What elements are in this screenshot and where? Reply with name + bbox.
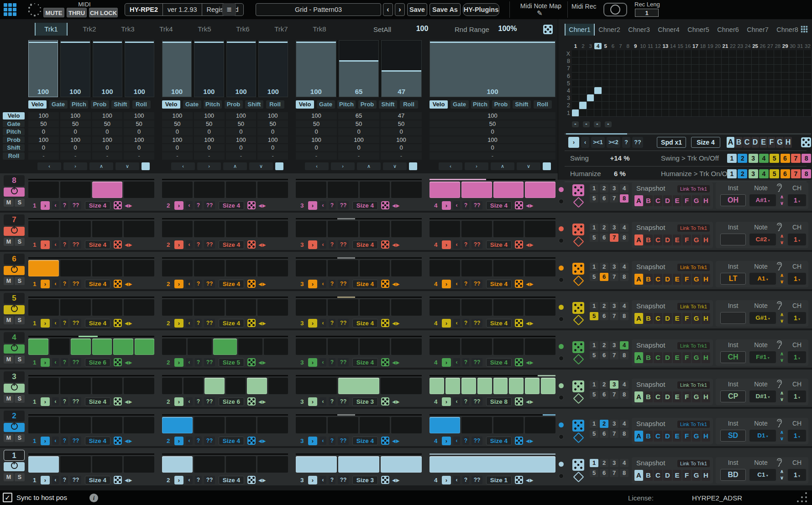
lane-step-count-1[interactable]: 1 (590, 302, 598, 310)
xy-grid-cell[interactable] (579, 87, 587, 94)
random-button[interactable]: ? (61, 397, 68, 406)
note-spinner[interactable]: ∧∨ (779, 390, 785, 402)
step-cell[interactable] (461, 182, 492, 198)
xy-grid-cell[interactable] (647, 50, 654, 57)
grid-size-button[interactable]: Size 4 (486, 358, 512, 367)
step-number-27[interactable]: 27 (766, 43, 774, 49)
step-cell[interactable] (430, 260, 460, 276)
xy-grid-cell[interactable] (572, 65, 579, 72)
step-mod-button[interactable]: - (572, 121, 579, 127)
xy-grid-cell[interactable] (662, 50, 669, 57)
step-cell[interactable] (28, 260, 59, 276)
snapshot-letter-h[interactable]: H (702, 274, 710, 285)
param-tab-gate[interactable]: Gate (451, 100, 469, 109)
direction-back-button[interactable]: ‹ (320, 280, 326, 288)
step-cell[interactable] (92, 260, 123, 276)
param-value-cell[interactable]: - (92, 152, 123, 160)
param-value-cell[interactable]: 100 (338, 136, 379, 144)
xy-grid-cell[interactable] (796, 65, 804, 72)
xy-grid-cell[interactable] (692, 102, 699, 109)
setall-value[interactable]: 100 (409, 25, 436, 33)
lane-5-power-button[interactable] (4, 305, 25, 314)
lane-step-count-3[interactable]: 3 (610, 224, 618, 232)
grid-dice-icon[interactable] (515, 437, 523, 445)
xy-grid-cell[interactable] (572, 73, 579, 80)
ear-icon[interactable] (776, 301, 783, 312)
step-cell[interactable] (296, 182, 326, 198)
group-dice-icon[interactable] (409, 162, 417, 170)
random2-button[interactable]: ?? (70, 437, 81, 445)
step-cell[interactable] (391, 182, 422, 198)
step-cell[interactable] (135, 338, 155, 355)
param-tab-gate[interactable]: Gate (317, 100, 335, 109)
step-number-25[interactable]: 25 (752, 43, 759, 49)
lane-step-count-7[interactable]: 7 (610, 234, 618, 242)
step-cell[interactable] (28, 378, 59, 394)
grid-dice-icon[interactable] (114, 240, 122, 249)
lane-step-count-7[interactable]: 7 (610, 312, 618, 320)
xy-grid-cell[interactable] (774, 73, 781, 80)
param-value-cell[interactable]: 0 (92, 144, 123, 151)
random2-button[interactable]: ?? (471, 240, 482, 249)
param-value-cell[interactable]: 100 (296, 136, 337, 144)
param-value-cell[interactable]: 0 (60, 144, 91, 151)
direction-forward-button[interactable]: › (174, 437, 183, 445)
grid-size-button[interactable]: Size 4 (352, 437, 378, 445)
xy-grid-cell[interactable] (752, 109, 759, 117)
xy-grid-cell[interactable] (684, 50, 692, 57)
xy-grid-cell[interactable] (699, 57, 707, 65)
nudge-arrows[interactable]: ◀▶ (392, 281, 400, 286)
velocity-bar[interactable]: 100 (194, 40, 224, 97)
xy-grid-cell[interactable] (759, 109, 766, 117)
link-to-trk-button[interactable]: Link To Trk1 (677, 381, 710, 389)
step-cell[interactable] (92, 417, 123, 433)
direction-back-button[interactable]: ‹ (186, 201, 193, 209)
velocity-bar[interactable]: 100 (258, 40, 288, 97)
xy-grid-cell[interactable] (624, 109, 632, 117)
snapshot-letter-f[interactable]: F (682, 195, 691, 206)
random-button[interactable]: ? (329, 397, 335, 406)
snapshot-letter-d[interactable]: D (663, 470, 672, 481)
xy-grid-cell[interactable] (572, 109, 579, 117)
lane-step-count-3[interactable]: 3 (610, 263, 618, 271)
xy-grid-cell[interactable] (729, 57, 736, 65)
xy-grid-cell[interactable] (737, 80, 744, 87)
param-value-cell[interactable]: 0 (92, 128, 123, 135)
lane-dice-icon[interactable] (572, 380, 584, 392)
ch-value[interactable]: 1▾ (788, 469, 806, 481)
xy-grid-cell[interactable] (722, 73, 729, 80)
random-button[interactable]: ? (329, 319, 335, 327)
step-cell[interactable] (162, 221, 193, 237)
direction-forward-button[interactable]: › (442, 397, 451, 406)
param-value-cell[interactable]: 50 (28, 120, 59, 128)
xy-grid-cell[interactable] (624, 65, 632, 72)
random2-button[interactable]: ?? (338, 319, 349, 327)
xy-grid-cell[interactable] (632, 94, 639, 102)
snapshot-letter-b[interactable]: B (644, 352, 653, 363)
step-cell[interactable] (296, 378, 337, 394)
xy-grid-cell[interactable] (587, 73, 594, 80)
nav-right-button[interactable]: › (465, 162, 488, 170)
nav-down-button[interactable]: ∨ (383, 162, 407, 170)
step-cell[interactable] (194, 182, 225, 198)
xy-grid-cell[interactable] (662, 102, 669, 109)
xy-grid-cell[interactable] (707, 80, 714, 87)
step-cell[interactable] (92, 378, 123, 394)
xy-grid-cell[interactable] (759, 80, 766, 87)
snapshot-letter-e[interactable]: E (673, 195, 681, 206)
lane-step-count-7[interactable]: 7 (610, 390, 618, 399)
step-cell[interactable] (360, 299, 390, 316)
nav-left-button[interactable]: ‹ (37, 162, 61, 170)
nav-right-button[interactable]: › (331, 162, 355, 170)
nudge-arrows[interactable]: ◀▶ (258, 321, 266, 326)
randomize-dice-icon[interactable] (543, 25, 553, 34)
step-cell[interactable] (257, 260, 288, 276)
snapshot-letter-a[interactable]: A (634, 195, 643, 206)
xy-grid-cell[interactable] (781, 50, 789, 57)
snapshot-letter-f[interactable]: F (682, 234, 691, 245)
note-spinner[interactable]: ∧∨ (779, 429, 785, 442)
pencil-icon[interactable]: ✎ (537, 9, 543, 17)
direction-forward-button[interactable]: › (308, 397, 317, 406)
snapshot-letter-b[interactable]: B (644, 470, 653, 481)
xy-grid-cell[interactable] (714, 73, 722, 80)
